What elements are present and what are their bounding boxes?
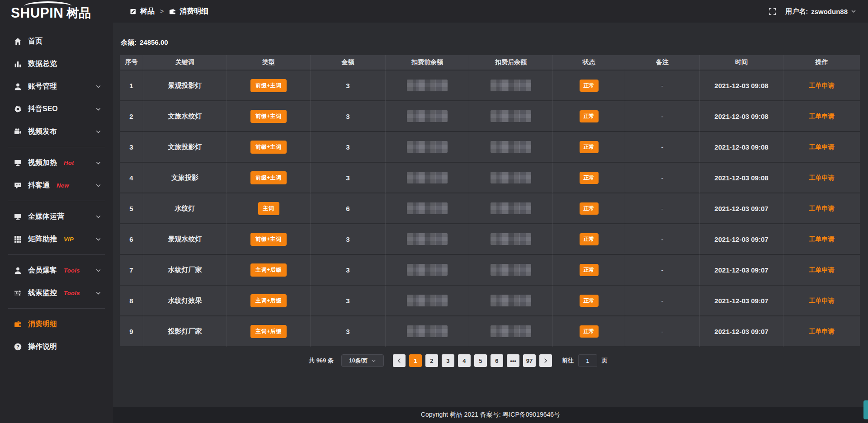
redacted-balance-after <box>491 295 531 306</box>
topbar-right: 用户名: zswodun88 <box>769 7 856 16</box>
sidebar-item-media-operation[interactable]: 全媒体运营 <box>0 205 113 228</box>
consumption-table: 序号关键词类型金额扣费前余额扣费后余额状态备注时间操作 1景观投影灯前缀+主词3… <box>120 55 860 347</box>
footer: Copyright 树品 2021 备案号: 粤ICP备09019646号 <box>113 407 868 423</box>
cell-keyword: 水纹灯厂家 <box>143 255 227 286</box>
cell-time: 2021-12-03 09:08 <box>700 101 783 132</box>
page-button-5[interactable]: 5 <box>474 354 487 367</box>
status-badge: 正常 <box>580 202 599 215</box>
redacted-balance-before <box>407 172 448 183</box>
floating-widget-sliver[interactable] <box>863 400 868 419</box>
work-order-link[interactable]: 工单申请 <box>809 205 835 212</box>
chevron-down-icon <box>371 358 376 363</box>
sidebar-item-clue-monitor[interactable]: 线索监控Tools <box>0 282 113 304</box>
work-order-link[interactable]: 工单申请 <box>809 235 835 243</box>
redacted-balance-before <box>407 80 448 91</box>
sidebar-item-home[interactable]: 首页 <box>0 30 113 52</box>
cell-action: 工单申请 <box>783 163 860 193</box>
wallet-icon <box>169 8 176 15</box>
sidebar-item-douyin-seo[interactable]: 抖音SEO <box>0 98 113 120</box>
sidebar-item-label: 操作说明 <box>28 342 57 352</box>
table-row: 3文旅投影灯前缀+主词3正常-2021-12-03 09:08工单申请 <box>120 132 860 163</box>
cell-note: - <box>625 286 700 316</box>
column-header-balance-after: 扣费后余额 <box>469 55 553 70</box>
sidebar-item-data-overview[interactable]: 数据总览 <box>0 52 113 75</box>
breadcrumb-item-0[interactable]: 树品 <box>130 7 155 16</box>
cell-type: 主词+后缀 <box>227 255 311 286</box>
page-button-6[interactable]: 6 <box>491 354 503 367</box>
type-badge: 主词 <box>258 202 279 215</box>
sliders-icon <box>14 289 22 297</box>
sidebar-item-video-publish[interactable]: 视频发布 <box>0 120 113 143</box>
work-order-link[interactable]: 工单申请 <box>809 328 835 335</box>
username: zswodun88 <box>811 8 848 15</box>
fullscreen-icon[interactable] <box>769 8 776 15</box>
work-order-link[interactable]: 工单申请 <box>809 266 835 273</box>
status-badge: 正常 <box>580 295 599 307</box>
page-size-select[interactable]: 10条/页 <box>341 354 384 367</box>
cell-no: 5 <box>120 193 143 224</box>
status-badge: 正常 <box>580 172 599 184</box>
work-order-link[interactable]: 工单申请 <box>809 143 835 150</box>
redacted-balance-after <box>491 110 531 122</box>
sidebar-item-label: 全媒体运营 <box>28 212 64 221</box>
table-row: 8水纹灯效果主词+后缀3正常-2021-12-03 09:07工单申请 <box>120 286 860 316</box>
cell-balance-before <box>386 224 469 255</box>
page-ellipsis-button[interactable]: ••• <box>507 354 519 367</box>
type-badge: 前缀+主词 <box>250 110 287 123</box>
page-button-3[interactable]: 3 <box>442 354 454 367</box>
cell-amount: 3 <box>311 286 386 316</box>
page-button-97[interactable]: 97 <box>523 354 536 367</box>
goto-page-input[interactable] <box>578 354 597 367</box>
breadcrumb-label: 消费明细 <box>179 7 208 16</box>
cell-no: 2 <box>120 101 143 132</box>
redacted-balance-before <box>407 110 448 122</box>
breadcrumb-separator: > <box>160 8 164 15</box>
sidebar-item-matrix-boost[interactable]: 矩阵助推VIP <box>0 228 113 250</box>
cell-no: 7 <box>120 255 143 286</box>
redacted-balance-before <box>407 141 448 153</box>
cell-note: - <box>625 255 700 286</box>
cell-time: 2021-12-03 09:07 <box>700 316 783 347</box>
cell-amount: 3 <box>311 70 386 101</box>
work-order-link[interactable]: 工单申请 <box>809 297 835 304</box>
chevron-down-icon <box>95 183 101 188</box>
page-button-2[interactable]: 2 <box>425 354 438 367</box>
cell-balance-after <box>469 193 553 224</box>
cell-amount: 3 <box>311 163 386 193</box>
work-order-link[interactable]: 工单申请 <box>809 174 835 181</box>
sidebar-item-consumption-detail[interactable]: 消费明细 <box>0 313 113 335</box>
sidebar-item-badge: Tools <box>64 290 80 296</box>
username-label: 用户名: <box>785 7 808 16</box>
user-menu[interactable]: 用户名: zswodun88 <box>785 7 856 16</box>
cell-status: 正常 <box>553 132 625 163</box>
app-root: SHUPIN 树品 首页数据总览账号管理抖音SEO视频发布视频加热Hot抖客通N… <box>0 0 868 423</box>
cell-balance-before <box>386 255 469 286</box>
type-badge: 主词+后缀 <box>250 294 287 307</box>
cell-balance-after <box>469 316 553 347</box>
page-size-label: 10条/页 <box>349 357 368 365</box>
cell-status: 正常 <box>553 255 625 286</box>
question-icon: ? <box>14 343 22 351</box>
prev-page-button[interactable] <box>393 354 406 367</box>
cell-balance-after <box>469 132 553 163</box>
status-badge: 正常 <box>580 264 599 276</box>
chart-icon <box>14 60 22 68</box>
page-button-4[interactable]: 4 <box>458 354 471 367</box>
cell-type: 主词+后缀 <box>227 286 311 316</box>
sidebar-item-label: 矩阵助推 <box>28 235 57 244</box>
sidebar-item-douketong[interactable]: 抖客通New <box>0 174 113 197</box>
chat-icon <box>14 182 22 189</box>
member-icon <box>14 267 22 274</box>
breadcrumb-item-1[interactable]: 消费明细 <box>169 7 208 16</box>
column-header-no: 序号 <box>120 55 143 70</box>
sidebar-item-account-management[interactable]: 账号管理 <box>0 75 113 98</box>
work-order-link[interactable]: 工单申请 <box>809 113 835 120</box>
sidebar-item-member-burst[interactable]: 会员爆客Tools <box>0 259 113 282</box>
page-button-1[interactable]: 1 <box>409 354 422 367</box>
cell-time: 2021-12-03 09:07 <box>700 193 783 224</box>
column-header-type: 类型 <box>227 55 311 70</box>
work-order-link[interactable]: 工单申请 <box>809 82 835 89</box>
sidebar-item-video-heat[interactable]: 视频加热Hot <box>0 151 113 174</box>
next-page-button[interactable] <box>539 354 552 367</box>
column-header-action: 操作 <box>783 55 860 70</box>
